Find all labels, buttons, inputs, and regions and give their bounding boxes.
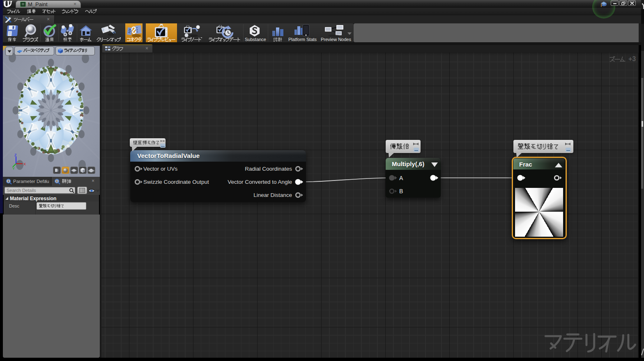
svg-text:i: i	[57, 179, 58, 183]
svg-text:X: X	[23, 162, 26, 166]
svg-text:Z: Z	[14, 153, 17, 157]
svg-text:Y: Y	[12, 167, 15, 170]
svg-text:i: i	[8, 179, 9, 183]
